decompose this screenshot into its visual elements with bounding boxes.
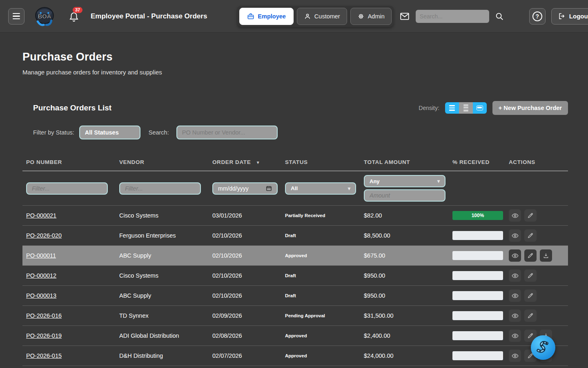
new-purchase-order-button[interactable]: + New Purchase Order: [492, 101, 568, 115]
table-row[interactable]: PO-000013 ABC Supply 02/10/2026 Draft $9…: [22, 286, 568, 306]
notifications-button[interactable]: 37: [69, 11, 79, 22]
logout-icon: [558, 12, 566, 20]
mail-icon[interactable]: [399, 11, 410, 22]
density-comfortable-button[interactable]: [459, 102, 473, 114]
vendor-cell: Cisco Systems: [119, 212, 212, 219]
tab-employee-label: Employee: [258, 13, 286, 20]
view-button[interactable]: [509, 289, 521, 302]
table-row[interactable]: PO-2026-016 TD Synnex 02/09/2026 Pending…: [22, 306, 568, 326]
view-button[interactable]: [509, 209, 521, 222]
density-label: Density:: [419, 105, 439, 111]
tab-employee[interactable]: Employee: [239, 8, 294, 25]
pencil-icon: [527, 252, 534, 259]
tab-admin[interactable]: Admin: [350, 8, 392, 25]
density-compact-button[interactable]: [445, 102, 459, 114]
edit-button[interactable]: [524, 209, 537, 222]
logout-button[interactable]: Logout: [551, 8, 588, 25]
notification-badge: 37: [73, 7, 82, 13]
global-search-input[interactable]: [416, 10, 489, 23]
po-link[interactable]: PO-2026-015: [26, 352, 62, 359]
table-row[interactable]: PO-000012 Cisco Systems 02/10/2026 Draft…: [22, 266, 568, 286]
po-link[interactable]: PO-2026-019: [26, 332, 62, 339]
amount-cell: $2,400.00: [364, 332, 452, 339]
po-link[interactable]: PO-2026-016: [26, 312, 62, 319]
chevron-down-icon: ▾: [437, 178, 440, 184]
col-po-number[interactable]: PO NUMBER: [26, 159, 119, 165]
table-row-selected[interactable]: PO-000011 ABC Supply 02/10/2026 Approved…: [22, 246, 568, 266]
po-filter-input[interactable]: [32, 185, 102, 192]
table-row[interactable]: PO-2026-019 ADI Global Distribution 02/0…: [22, 326, 568, 346]
order-date-cell: 02/10/2026: [212, 292, 285, 299]
col-vendor[interactable]: VENDOR: [119, 159, 212, 165]
table-row[interactable]: PO-2026-020 Ferguson Enterprises 02/10/2…: [22, 226, 568, 246]
edit-button[interactable]: [524, 269, 537, 282]
table-row[interactable]: PO-000021 Cisco Systems 03/01/2026 Parti…: [22, 206, 568, 226]
density-comfortable-icon: [463, 105, 468, 111]
received-progress-label: 100%: [452, 211, 503, 220]
po-link[interactable]: PO-000012: [26, 272, 56, 279]
col-order-date[interactable]: ORDER DATE ▼: [212, 159, 285, 165]
status-filter-select[interactable]: All Statuses: [79, 126, 140, 139]
assistant-fab-button[interactable]: [531, 335, 555, 360]
edit-button[interactable]: [524, 289, 537, 302]
po-link[interactable]: PO-000013: [26, 292, 56, 299]
download-button[interactable]: [540, 249, 552, 262]
snake-mascot-icon: [535, 339, 551, 356]
order-date-cell: 02/10/2026: [212, 232, 285, 239]
download-icon: [543, 252, 549, 259]
logout-label: Logout: [569, 13, 588, 20]
status-column-select[interactable]: All ▾: [285, 182, 356, 195]
po-link[interactable]: PO-000021: [26, 212, 56, 219]
view-button[interactable]: [509, 350, 521, 362]
vendor-filter-input[interactable]: [125, 185, 195, 192]
view-button[interactable]: [509, 269, 521, 282]
density-spacious-icon: [477, 105, 483, 110]
po-vendor-search-input[interactable]: [182, 129, 272, 136]
density-spacious-button[interactable]: [473, 102, 487, 114]
po-link[interactable]: PO-2026-020: [26, 232, 62, 239]
sort-desc-icon: ▼: [256, 160, 261, 165]
amount-cell: $950.00: [364, 292, 452, 299]
view-button[interactable]: [509, 249, 521, 262]
table-filter-row: mm/dd/yyyy All ▾ Any ▾: [22, 171, 568, 206]
po-link[interactable]: PO-000011: [26, 252, 56, 259]
view-button[interactable]: [509, 229, 521, 242]
calendar-icon: [266, 185, 272, 191]
amount-range-select[interactable]: Any ▾: [364, 175, 445, 187]
view-button[interactable]: [509, 330, 521, 342]
edit-button[interactable]: [524, 310, 537, 322]
help-button[interactable]: ?: [529, 8, 546, 25]
received-progress: [452, 311, 503, 320]
date-filter-input[interactable]: mm/dd/yyyy: [212, 182, 278, 195]
view-button[interactable]: [509, 310, 521, 322]
received-progress: [452, 351, 503, 360]
eye-icon: [512, 292, 519, 299]
edit-button[interactable]: [524, 229, 537, 242]
amount-cell: $8,500.00: [364, 232, 452, 239]
col-status[interactable]: STATUS: [285, 159, 364, 165]
page-subtitle: Manage purchase orders for inventory and…: [22, 69, 568, 76]
edit-button[interactable]: [524, 249, 537, 262]
search-icon[interactable]: [495, 12, 504, 21]
table-row[interactable]: PO-2026-015 D&H Distributing 02/07/2026 …: [22, 346, 568, 366]
received-progress: [452, 271, 503, 280]
col-received[interactable]: % RECEIVED: [452, 159, 509, 165]
page-title: Purchase Orders: [22, 51, 568, 63]
tab-customer[interactable]: Customer: [297, 8, 347, 25]
status-cell: Approved: [285, 353, 364, 358]
tab-customer-label: Customer: [314, 13, 340, 20]
hamburger-icon: [13, 13, 20, 20]
amount-filter-input[interactable]: [370, 192, 440, 199]
filter-status-label: Filter by Status:: [33, 129, 74, 136]
tab-admin-label: Admin: [368, 13, 385, 20]
received-progress: 100%: [452, 211, 503, 220]
status-cell: Draft: [285, 273, 364, 278]
order-date-cell: 02/10/2026: [212, 252, 285, 259]
order-date-cell: 03/01/2026: [212, 212, 285, 219]
col-total-amount[interactable]: TOTAL AMOUNT: [364, 159, 452, 165]
pencil-icon: [527, 272, 534, 279]
menu-button[interactable]: [8, 8, 24, 25]
eye-icon: [512, 352, 519, 359]
order-date-cell: 02/10/2026: [212, 272, 285, 279]
person-icon: [304, 13, 311, 20]
